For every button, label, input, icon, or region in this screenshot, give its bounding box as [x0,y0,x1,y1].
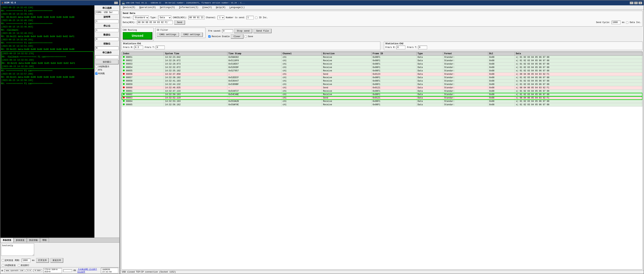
cell-data: x| 01 02 03 04 05 06 07 08 [515,79,642,83]
menu-device[interactable]: Device(D) [121,6,137,9]
send-file-button[interactable]: Send file [253,29,272,33]
can-data-table: Index System Time Time Stamp Channel Dir… [122,52,642,107]
rts-label: RTS [98,69,102,71]
data-inc-checkbox[interactable] [626,21,628,24]
col-header-channel: Channel [282,52,322,56]
canid-input[interactable] [188,16,204,19]
stats-ch2-row: Frm/s R: Frm/s T: [386,46,641,49]
type-select[interactable]: Data Remote [158,16,171,20]
send-cycle-input[interactable] [612,21,620,24]
table-row[interactable]: 00052 14:32:26.072 0x5118F0 ch1 Receive … [122,59,642,62]
hex16-display-checkbox[interactable] [95,65,98,68]
unused-button[interactable]: Unused [123,32,152,40]
rts-checkbox[interactable] [95,69,98,71]
table-row[interactable]: 00058 14:32:41.103 0x536447 ch1 Receive … [122,79,642,83]
serial-op-input[interactable] [95,55,118,59]
send-button[interactable]: Send [174,20,185,25]
receive-enable-checkbox[interactable] [208,35,210,38]
table-row[interactable]: 00051 14:32:23.042 0x50A382 ch1 Receive … [122,56,642,59]
clear-button[interactable]: Clear [231,34,244,39]
frm-t-ch2-input[interactable] [418,46,427,49]
table-row[interactable]: 00064 14:32:53.163 0x553A2B ch1 Receive … [122,100,642,103]
minimize-button[interactable]: − [630,1,634,4]
newline-checkbox[interactable] [18,264,20,267]
frm-r-ch2-input[interactable] [396,46,405,49]
table-row[interactable]: 00065 14:32:56.162 0x55AF9E ch1 Receive … [122,103,642,107]
stop-send-button[interactable]: Stop send [234,29,252,33]
can2-settings-button[interactable]: CAN2 settings [180,32,203,37]
table-row[interactable]: 00055 14:32:35.102 0x527957 ch1 Receive … [122,69,642,73]
id-inc-checkbox[interactable] [255,16,258,19]
format-select[interactable]: Standard Extended [133,16,149,20]
tab-help[interactable]: 帮助 [40,238,49,242]
cell-type: Data [416,100,443,103]
parity-input[interactable] [95,46,118,50]
table-row[interactable]: 00057 14:32:38.102 0x52EECF ch1 Receive … [122,76,642,79]
frm-saved-row: Frm saved: Stop send Send file [208,29,642,33]
send-file-button[interactable]: 发送文件 [50,258,63,263]
menu-information[interactable]: Information(I) [177,6,200,9]
frm-t-ch1-input[interactable] [156,46,165,49]
cell-data: x| 01 02 03 04 05 06 07 08 [515,93,642,96]
restore-button[interactable]: □ [634,1,638,4]
table-row[interactable]: 00063 14:32:52.119 – ch1 Send 0x0121 Dat… [122,96,642,100]
can1-settings-button[interactable]: CAN1 settings [157,32,179,37]
menu-view[interactable]: View(V) [200,6,214,9]
log-entry: RX: ID:0x121 data:0x00 0x00 0x00 0x00 0x… [1,48,94,51]
cell-format: Standar: [443,59,488,62]
data-hex-input[interactable] [137,21,173,24]
open-file-button[interactable]: 打开文件 [36,258,49,263]
menu-help[interactable]: Help(H) [214,6,228,9]
cell-sys-time: 14:32:38.102 [164,76,228,79]
tab-protocol[interactable]: 协议传输 [27,238,40,242]
num-send-input[interactable] [246,16,254,19]
table-row[interactable]: 00056 14:32:37.858 – ch1 Send 0x0123 Dat… [122,73,642,76]
baud-rate-input[interactable] [95,20,118,23]
stop-bit-label: 停止位 [95,24,118,27]
hex16-send-checkbox[interactable] [2,264,4,267]
status-dot [123,87,125,88]
send-input-area[interactable]: testonly [1,243,34,256]
table-row[interactable]: 00054 14:32:32.072 0x5203DF ch1 Receive … [122,66,642,69]
xcom-panel: ⊙ XCOM V2.6 − [2023-06-15 14:32:43.134] … [0,0,120,274]
table-row[interactable]: 00062 14:32:50.163 0x54C4AE ch1 Receive … [122,93,642,96]
cell-direction: Receive [322,69,372,73]
tab-single-send[interactable]: 单条发送 [0,238,14,242]
xcom-statusbar: ⚙ www.openedv.com S:0 R:889 CTS=0 DSR=0 … [0,267,119,274]
format-label: Format: [123,16,132,19]
can-table-wrapper[interactable]: Index System Time Time Stamp Channel Dir… [122,52,642,270]
log-entry: [2023-06-15 14:32:45.146] [1,12,94,16]
frm-saved-input[interactable] [222,29,233,33]
baud-rate-label: 波特率 [95,15,118,18]
progress-bar [63,269,72,272]
save-checkbox[interactable] [244,35,247,38]
serial-select-input[interactable] [95,11,118,14]
table-row[interactable]: 00059 14:32:44.132 0x53D9BF ch1 Receive … [122,83,642,86]
timestamp-checkbox[interactable] [95,72,98,75]
cell-type: Data [416,56,443,59]
minimize-button[interactable]: − [114,1,118,4]
status-dot [123,73,125,75]
tab-multi-send[interactable]: 多条发送 [14,238,27,242]
cell-direction: Send [322,96,372,100]
save-window-button[interactable]: 保存窗口 [95,60,118,64]
cell-type: Data [416,69,443,73]
settings-icon[interactable]: ⚙ [2,269,3,272]
table-row[interactable]: 00060 14:32:46.835 – ch1 Send 0x0121 Dat… [122,86,642,90]
close-button[interactable]: ✕ [638,1,642,4]
menu-language[interactable]: Language(L) [228,6,246,9]
frm-r-ch1-input[interactable] [134,46,143,49]
table-row[interactable]: 00053 14:32:29.073 0x518E67 ch1 Receive … [122,62,642,66]
menu-operation[interactable]: Operation(O) [138,6,158,9]
cell-sys-time: 14:32:56.162 [164,103,228,107]
cell-direction: Receive [322,56,372,59]
stop-bit-input[interactable] [95,28,118,32]
period-input[interactable] [22,259,30,262]
cell-frame-id: 0x00F1 [372,100,416,103]
data-bit-input[interactable] [95,37,118,41]
link-text[interactable]: 【火煤全网】正点原子DS100手 [77,268,100,273]
channel-select[interactable]: 1 2 [218,16,224,20]
table-row[interactable]: 00061 14:32:47.133 0x544F37 ch1 Receive … [122,90,642,93]
menu-settings[interactable]: Settings(S) [158,6,177,9]
timer-send-checkbox[interactable] [2,259,4,262]
